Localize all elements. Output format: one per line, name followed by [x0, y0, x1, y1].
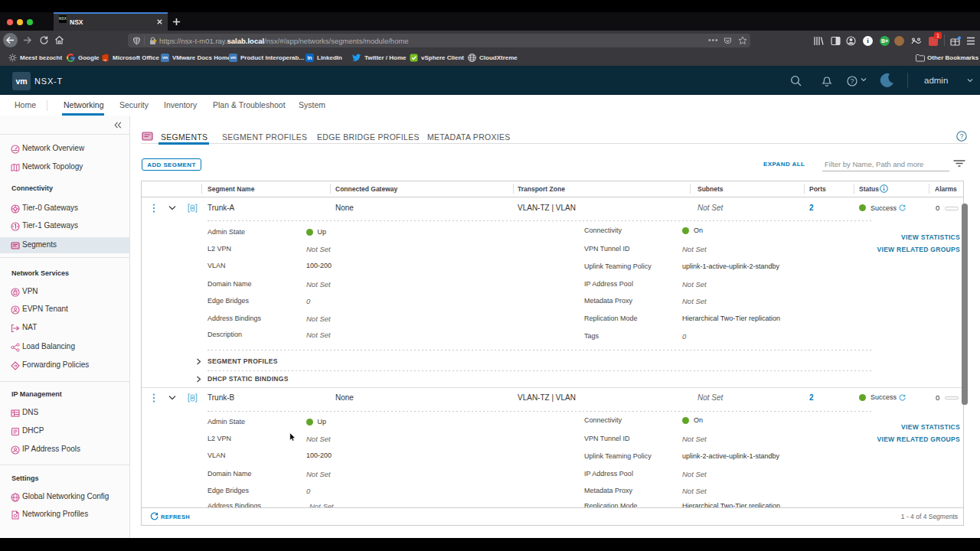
svg-text:?: ?: [850, 77, 854, 85]
svg-text:?: ?: [959, 132, 963, 140]
